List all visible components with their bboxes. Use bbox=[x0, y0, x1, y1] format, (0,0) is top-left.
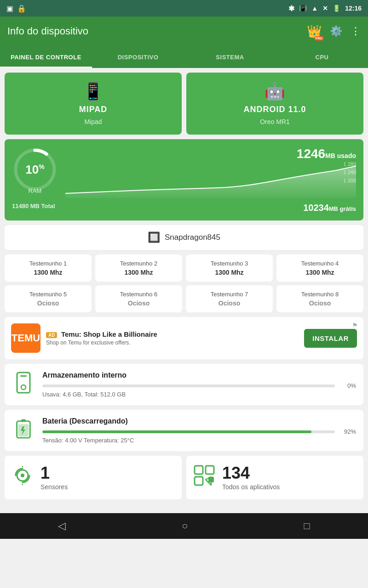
core-5-name: Testemunho 5 bbox=[9, 291, 87, 298]
core-8-name: Testemunho 8 bbox=[281, 291, 359, 298]
battery-icon: 🔋 bbox=[333, 5, 340, 12]
ad-tag: AD bbox=[46, 332, 57, 338]
ram-chart bbox=[65, 161, 356, 198]
storage-progress-bar bbox=[42, 384, 335, 387]
svg-rect-3 bbox=[20, 375, 27, 377]
sensors-card[interactable]: 1 Sensores bbox=[5, 456, 182, 499]
core-card-7: Testemunho 7 Ocioso bbox=[186, 285, 273, 312]
status-bar-right: ✱ 📳 ▲ ✕ 🔋 12:16 bbox=[288, 4, 362, 13]
install-button[interactable]: INSTALAR bbox=[304, 329, 357, 348]
svg-rect-14 bbox=[195, 477, 203, 485]
battery-progress-fill bbox=[42, 430, 311, 433]
core-card-8: Testemunho 8 Ocioso bbox=[276, 285, 363, 312]
status-bar-left: ▣ 🔒 bbox=[6, 4, 26, 13]
core-4-value: 1300 Mhz bbox=[281, 269, 359, 276]
sim-icon: ▣ bbox=[6, 4, 13, 13]
apps-label: Todos os aplicativos bbox=[222, 483, 280, 491]
core-card-4: Testemunho 4 1300 Mhz bbox=[276, 254, 363, 282]
svg-rect-12 bbox=[195, 466, 203, 474]
android-sub: Oreo MR1 bbox=[260, 118, 290, 125]
app-title: Info do dispositivo bbox=[7, 25, 88, 37]
signal-icon: ✕ bbox=[322, 5, 328, 12]
core-card-2: Testemunho 2 1300 Mhz bbox=[95, 254, 182, 282]
tab-sistema[interactable]: SISTEMA bbox=[184, 46, 276, 68]
lock-icon: 🔒 bbox=[17, 4, 26, 13]
svg-rect-6 bbox=[21, 419, 26, 422]
storage-icon bbox=[12, 372, 35, 398]
sensors-count: 1 bbox=[40, 465, 68, 481]
ad-header: AD Temu: Shop Like a Billionaire bbox=[46, 330, 299, 339]
vibrate-icon: 📳 bbox=[299, 5, 307, 12]
app-bar: Info do dispositivo 👑 PRO ⚙️ ⋮ bbox=[0, 17, 368, 46]
battery-progress-row: 92% bbox=[42, 428, 356, 435]
core-card-5: Testemunho 5 Ocioso bbox=[5, 285, 92, 312]
battery-content: Bateria (Descarregando) 92% Tensão: 4.00… bbox=[42, 417, 356, 444]
svg-point-9 bbox=[21, 474, 24, 477]
back-button[interactable]: ◁ bbox=[58, 520, 66, 532]
ram-footer: 11480 MB Total 10234MB grátis bbox=[12, 203, 356, 213]
main-content: 📱 MIPAD Mipad 🤖 ANDROID 11.0 Oreo MR1 10… bbox=[0, 68, 368, 509]
storage-progress-row: 0% bbox=[42, 382, 356, 389]
device-card-mipad: 📱 MIPAD Mipad bbox=[5, 73, 182, 135]
apps-icon bbox=[193, 464, 216, 491]
ad-content: AD Temu: Shop Like a Billionaire Shop on… bbox=[46, 330, 299, 346]
battery-card-icon bbox=[12, 418, 35, 444]
tab-dispositivo[interactable]: DISPOSITIVO bbox=[92, 46, 184, 68]
battery-title: Bateria (Descarregando) bbox=[42, 417, 356, 425]
sensors-content: 1 Sensores bbox=[40, 465, 68, 491]
tab-cpu[interactable]: CPU bbox=[276, 46, 368, 68]
cores-grid: Testemunho 1 1300 Mhz Testemunho 2 1300 … bbox=[5, 254, 363, 312]
home-button[interactable]: ○ bbox=[182, 520, 188, 532]
device-name: MIPAD bbox=[79, 105, 108, 114]
storage-sub: Usava: 4,6 GB, Total: 512,0 GB bbox=[42, 391, 356, 398]
bluetooth-icon: ✱ bbox=[288, 4, 294, 13]
ram-percentage: 10% bbox=[25, 163, 44, 177]
ad-logo: TEMU bbox=[11, 323, 40, 353]
tab-painel[interactable]: PAINEL DE CONTROLE bbox=[0, 46, 92, 68]
core-card-3: Testemunho 3 1300 Mhz bbox=[186, 254, 273, 282]
battery-percent: 92% bbox=[339, 428, 356, 435]
apps-content: 134 Todos os aplicativos bbox=[222, 465, 280, 491]
ram-chart-area: 1246MB usado 1 280 bbox=[65, 147, 356, 200]
storage-card: Armazenamento interno 0% Usava: 4,6 GB, … bbox=[5, 364, 363, 405]
device-cards: 📱 MIPAD Mipad 🤖 ANDROID 11.0 Oreo MR1 bbox=[5, 73, 363, 135]
core-6-name: Testemunho 6 bbox=[100, 291, 178, 298]
storage-content: Armazenamento interno 0% Usava: 4,6 GB, … bbox=[42, 371, 356, 398]
core-6-value: Ocioso bbox=[100, 300, 178, 307]
crown-button[interactable]: 👑 PRO bbox=[307, 24, 322, 39]
settings-icon[interactable]: ⚙️ bbox=[330, 25, 342, 37]
android-icon: 🤖 bbox=[264, 82, 285, 101]
ad-banner: TEMU AD Temu: Shop Like a Billionaire Sh… bbox=[5, 317, 363, 359]
core-2-name: Testemunho 2 bbox=[100, 260, 178, 267]
ram-circle: 10% RAM bbox=[12, 147, 58, 192]
core-card-1: Testemunho 1 1300 Mhz bbox=[5, 254, 92, 282]
battery-sub: Tensão: 4.00 V Temperatura: 25°C bbox=[42, 437, 356, 444]
core-7-name: Testemunho 7 bbox=[190, 291, 268, 298]
core-1-name: Testemunho 1 bbox=[9, 260, 87, 267]
ram-header: 10% RAM 1246MB usado bbox=[12, 147, 356, 200]
sensors-label: Sensores bbox=[40, 483, 68, 491]
more-options-icon[interactable]: ⋮ bbox=[351, 25, 361, 37]
recents-button[interactable]: □ bbox=[304, 520, 310, 532]
svg-point-4 bbox=[21, 385, 26, 390]
core-8-value: Ocioso bbox=[281, 300, 359, 307]
core-card-6: Testemunho 6 Ocioso bbox=[95, 285, 182, 312]
app-bar-actions: 👑 PRO ⚙️ ⋮ bbox=[307, 24, 361, 39]
storage-title: Armazenamento interno bbox=[42, 371, 356, 379]
wifi-icon: ▲ bbox=[311, 5, 318, 12]
android-name: ANDROID 11.0 bbox=[243, 105, 306, 114]
core-7-value: Ocioso bbox=[190, 300, 268, 307]
battery-card: Bateria (Descarregando) 92% Tensão: 4.00… bbox=[5, 410, 363, 451]
ram-card: 10% RAM 1246MB usado bbox=[5, 139, 363, 220]
core-2-value: 1300 Mhz bbox=[100, 269, 178, 276]
apps-card[interactable]: 134 Todos os aplicativos bbox=[186, 456, 363, 499]
chip-row: 🔲 Snapdragon845 bbox=[5, 225, 363, 250]
phone-icon: 📱 bbox=[83, 82, 104, 101]
ram-total: 11480 MB Total bbox=[12, 203, 55, 213]
bottom-cards: 1 Sensores 134 Todos os aplicativos bbox=[5, 456, 363, 499]
ram-usage: 1246MB usado bbox=[65, 147, 356, 161]
battery-progress-bar bbox=[42, 430, 335, 433]
core-1-value: 1300 Mhz bbox=[9, 269, 87, 276]
storage-percent: 0% bbox=[339, 382, 356, 389]
pro-badge: PRO bbox=[315, 36, 323, 40]
